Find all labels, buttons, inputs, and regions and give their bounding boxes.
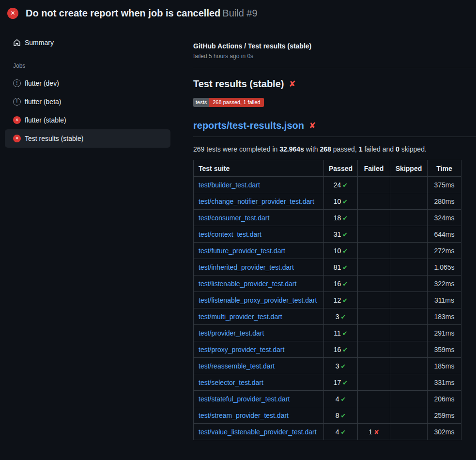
skipped-cell (390, 391, 428, 407)
suite-cell: test/consumer_test.dart (194, 210, 324, 226)
results-table-body: test/builder_test.dart24✔375mstest/chang… (194, 177, 461, 440)
test-suite-link[interactable]: test/selector_test.dart (199, 379, 263, 386)
failed-count: 1 (369, 428, 372, 436)
table-header-row: Test suite Passed Failed Skipped Time (194, 160, 461, 177)
run-status-line: failed 5 hours ago in 0s (193, 53, 476, 60)
failed-cell: 1✘ (358, 424, 390, 440)
failed-cell (358, 391, 390, 407)
test-suite-link[interactable]: test/context_test.dart (199, 230, 261, 238)
main-content: GitHub Actions / Test results (stable) f… (182, 25, 476, 440)
skipped-cell (390, 341, 428, 358)
summary-passed-count: 268 (320, 145, 331, 153)
passed-count: 4 (336, 395, 339, 403)
skipped-cell (390, 374, 428, 391)
passed-cell: 3✔ (324, 308, 358, 325)
skipped-cell (390, 292, 428, 308)
section-title: Test results (stable) ✘ (193, 78, 476, 90)
suite-cell: test/selector_test.dart (194, 374, 324, 391)
summary-failed-count: 1 (359, 145, 363, 153)
passed-cell: 10✔ (324, 193, 358, 210)
time-cell: 324ms (428, 210, 461, 226)
failed-cell (358, 292, 390, 308)
skipped-cell (390, 424, 428, 440)
time-cell: 183ms (428, 308, 461, 325)
skipped-cell (390, 358, 428, 374)
time-cell: 272ms (428, 243, 461, 259)
passed-count: 17 (334, 379, 341, 386)
sidebar-item-flutter-dev[interactable]: !flutter (dev) (5, 74, 170, 92)
test-suite-link[interactable]: test/stream_provider_test.dart (199, 412, 289, 419)
check-icon: ✔ (342, 346, 348, 353)
check-icon: ✔ (340, 313, 346, 321)
table-row: test/future_provider_test.dart10✔272ms (194, 243, 461, 259)
test-suite-link[interactable]: test/proxy_provider_test.dart (199, 346, 284, 353)
test-suite-link[interactable]: test/listenable_provider_test.dart (199, 280, 296, 288)
failed-cell (358, 358, 390, 374)
skipped-cell (390, 325, 428, 341)
test-suite-link[interactable]: test/listenable_proxy_provider_test.dart (199, 296, 317, 304)
time-cell: 291ms (428, 325, 461, 341)
test-suite-link[interactable]: test/builder_test.dart (199, 181, 260, 189)
failed-cell (358, 407, 390, 424)
table-row: test/inherited_provider_test.dart81✔1.06… (194, 259, 461, 276)
time-cell: 280ms (428, 193, 461, 210)
sidebar-item-flutter-stable[interactable]: ✕flutter (stable) (5, 111, 170, 129)
test-suite-link[interactable]: test/future_provider_test.dart (199, 247, 285, 255)
table-row: test/value_listenable_provider_test.dart… (194, 424, 461, 440)
sidebar-item-label: flutter (stable) (25, 116, 66, 124)
check-icon: ✔ (342, 198, 348, 205)
summary-skipped-count: 0 (396, 145, 399, 153)
passed-cell: 4✔ (324, 391, 358, 407)
sidebar-item-summary[interactable]: Summary (5, 33, 170, 52)
table-row: test/selector_test.dart17✔331ms (194, 374, 461, 391)
failed-cell (358, 210, 390, 226)
passed-cell: 12✔ (324, 292, 358, 308)
suite-cell: test/stream_provider_test.dart (194, 407, 324, 424)
suite-cell: test/multi_provider_test.dart (194, 308, 324, 325)
time-cell: 1.065s (428, 259, 461, 276)
summary-mid: passed, (331, 145, 359, 153)
badge-label: tests (193, 98, 209, 107)
check-icon: ✔ (342, 182, 348, 189)
sidebar-item-flutter-beta[interactable]: !flutter (beta) (5, 92, 170, 111)
passed-cell: 4✔ (324, 424, 358, 440)
test-suite-link[interactable]: test/inherited_provider_test.dart (199, 263, 294, 271)
time-cell: 359ms (428, 341, 461, 358)
skipped-cell (390, 276, 428, 292)
badge-value: 268 passed, 1 failed (209, 98, 263, 107)
check-icon: ✔ (342, 231, 348, 238)
passed-cell: 81✔ (324, 259, 358, 276)
test-suite-link[interactable]: test/value_listenable_provider_test.dart (199, 428, 317, 436)
test-suite-link[interactable]: test/provider_test.dart (199, 329, 264, 337)
failed-cell (358, 243, 390, 259)
report-link[interactable]: reports/test-results.json (193, 120, 304, 131)
time-cell: 302ms (428, 424, 461, 440)
time-cell: 185ms (428, 358, 461, 374)
test-suite-link[interactable]: test/stateful_provider_test.dart (199, 395, 290, 403)
sidebar-item-test-results-stable[interactable]: ✕Test results (stable) (5, 129, 170, 148)
check-icon: ✔ (340, 396, 346, 403)
skipped-cell (390, 243, 428, 259)
build-number: Build #9 (222, 8, 257, 18)
failed-cell (358, 226, 390, 243)
failed-x-icon: ✘ (289, 79, 295, 89)
passed-cell: 11✔ (324, 325, 358, 341)
column-header-failed: Failed (358, 160, 390, 177)
skipped-cell (390, 193, 428, 210)
test-suite-link[interactable]: test/reassemble_test.dart (199, 362, 275, 370)
test-suite-link[interactable]: test/change_notifier_provider_test.dart (199, 198, 314, 205)
failed-cell (358, 374, 390, 391)
suite-cell: test/future_provider_test.dart (194, 243, 324, 259)
results-table: Test suite Passed Failed Skipped Time te… (193, 160, 461, 440)
skipped-cell (390, 407, 428, 424)
passed-count: 24 (334, 181, 341, 189)
check-icon: ✔ (340, 429, 346, 436)
page-title: Do not create report when job is cancell… (26, 7, 258, 19)
skipped-cell (390, 177, 428, 193)
test-suite-link[interactable]: test/consumer_test.dart (199, 214, 269, 222)
failed-cell (358, 177, 390, 193)
test-suite-link[interactable]: test/multi_provider_test.dart (199, 313, 282, 321)
breadcrumb: GitHub Actions / Test results (stable) (193, 42, 476, 50)
tests-status-badge: tests 268 passed, 1 failed (193, 98, 264, 107)
table-row: test/change_notifier_provider_test.dart1… (194, 193, 461, 210)
